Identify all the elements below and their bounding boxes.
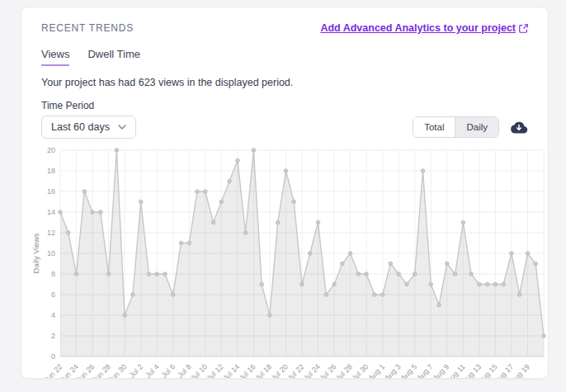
chart-point[interactable] xyxy=(510,252,514,256)
chart-point[interactable] xyxy=(389,262,393,266)
external-link-icon xyxy=(519,24,528,33)
chart-point[interactable] xyxy=(316,220,320,224)
y-axis-tick-label: 0 xyxy=(51,352,55,361)
chart-point[interactable] xyxy=(526,252,530,256)
chart-point[interactable] xyxy=(228,179,232,183)
chart-point[interactable] xyxy=(502,282,506,286)
chart-point[interactable] xyxy=(380,293,384,297)
y-axis-tick-label: 4 xyxy=(51,311,55,319)
daily-button[interactable]: Daily xyxy=(455,117,498,137)
x-axis-tick-label: Jul 2 xyxy=(128,362,145,379)
chart-section: 02468101214161820Jun 22Jun 24Jun 26Jun 2… xyxy=(31,144,540,379)
x-axis-tick-label: Jul 4 xyxy=(144,362,161,379)
tab-bar: Views Dwell Time xyxy=(41,48,528,66)
y-axis-tick-label: 8 xyxy=(51,270,55,278)
x-axis-tick-label: Jul 6 xyxy=(160,362,177,379)
chart-point[interactable] xyxy=(542,334,546,338)
chart-point[interactable] xyxy=(171,293,175,297)
chevron-down-icon xyxy=(118,125,126,130)
chart-point[interactable] xyxy=(517,293,521,297)
chart-point[interactable] xyxy=(397,272,401,276)
chart-point[interactable] xyxy=(421,169,425,173)
chart-point[interactable] xyxy=(309,252,313,256)
chart-point[interactable] xyxy=(356,272,361,276)
views-summary-text: Your project has had 623 views in the di… xyxy=(41,77,528,88)
total-button[interactable]: Total xyxy=(413,117,455,137)
controls-row: Last 60 days Total Daily xyxy=(41,116,528,139)
time-period-label: Time Period xyxy=(41,100,528,111)
chart-point[interactable] xyxy=(155,272,159,276)
chart-point[interactable] xyxy=(83,190,87,194)
y-axis-tick-label: 12 xyxy=(47,229,55,237)
chart-point[interactable] xyxy=(123,314,127,318)
y-axis-tick-label: 2 xyxy=(51,332,55,340)
y-axis-title: Daily Views xyxy=(31,233,40,273)
chart-point[interactable] xyxy=(534,262,538,266)
chart-point[interactable] xyxy=(179,241,183,245)
chart-point[interactable] xyxy=(461,220,465,224)
download-chart-button[interactable] xyxy=(510,120,528,135)
chart-point[interactable] xyxy=(405,282,409,286)
chart-point[interactable] xyxy=(446,262,450,266)
chart-point[interactable] xyxy=(493,282,498,286)
chart-point[interactable] xyxy=(413,272,417,276)
chart-point[interactable] xyxy=(373,293,377,297)
card-header: RECENT TRENDS Add Advanced Analytics to … xyxy=(41,22,528,34)
chart-point[interactable] xyxy=(147,272,151,276)
chart-point[interactable] xyxy=(284,169,288,173)
chart-point[interactable] xyxy=(67,231,71,235)
total-daily-toggle: Total Daily xyxy=(413,116,499,138)
chart-point[interactable] xyxy=(341,262,345,266)
chart-point[interactable] xyxy=(106,272,111,276)
chart-point[interactable] xyxy=(243,231,248,235)
chart-point[interactable] xyxy=(324,293,328,297)
chart-point[interactable] xyxy=(59,210,63,215)
chart-point[interactable] xyxy=(276,220,280,224)
y-axis-tick-label: 18 xyxy=(47,167,55,175)
chart-point[interactable] xyxy=(365,272,369,276)
time-period-value: Last 60 days xyxy=(51,121,110,133)
chart-point[interactable] xyxy=(131,293,135,297)
y-axis-tick-label: 20 xyxy=(47,146,55,154)
tab-views[interactable]: Views xyxy=(41,48,69,66)
chart-point[interactable] xyxy=(204,190,208,194)
chart-point[interactable] xyxy=(478,282,482,286)
chart-point[interactable] xyxy=(485,282,489,286)
tab-dwell-time[interactable]: Dwell Time xyxy=(87,48,140,66)
y-axis-tick-label: 16 xyxy=(47,187,55,196)
add-advanced-analytics-link[interactable]: Add Advanced Analytics to your project xyxy=(320,22,528,34)
x-axis-tick-label: Jun 30 xyxy=(106,362,128,379)
chart-point[interactable] xyxy=(300,282,304,286)
trend-chart: 02468101214161820Jun 22Jun 24Jun 26Jun 2… xyxy=(31,144,549,379)
chart-point[interactable] xyxy=(196,190,200,194)
chart-point[interactable] xyxy=(139,200,143,204)
chart-point[interactable] xyxy=(252,149,256,153)
chart-point[interactable] xyxy=(219,200,224,204)
chart-point[interactable] xyxy=(187,241,191,245)
card-title: RECENT TRENDS xyxy=(41,22,134,34)
chart-point[interactable] xyxy=(437,303,441,307)
time-period-dropdown[interactable]: Last 60 days xyxy=(41,116,136,139)
analytics-link-label: Add Advanced Analytics to your project xyxy=(320,22,516,34)
recent-trends-card: RECENT TRENDS Add Advanced Analytics to … xyxy=(21,7,549,379)
chart-point[interactable] xyxy=(469,272,474,276)
chart-point[interactable] xyxy=(163,272,167,276)
y-axis-tick-label: 14 xyxy=(47,208,55,216)
chart-point[interactable] xyxy=(236,158,240,163)
chart-mode-controls: Total Daily xyxy=(413,116,528,138)
chart-point[interactable] xyxy=(91,210,95,215)
y-axis-tick-label: 6 xyxy=(51,290,55,299)
chart-point[interactable] xyxy=(99,210,103,215)
chart-point[interactable] xyxy=(453,272,457,276)
chart-point[interactable] xyxy=(211,220,215,224)
chart-point[interactable] xyxy=(429,282,433,286)
cloud-download-icon xyxy=(510,120,528,135)
chart-point[interactable] xyxy=(333,282,337,286)
chart-point[interactable] xyxy=(115,149,119,153)
chart-point[interactable] xyxy=(260,282,264,286)
chart-point[interactable] xyxy=(268,314,272,318)
chart-point[interactable] xyxy=(74,272,78,276)
chart-point[interactable] xyxy=(292,200,296,204)
y-axis-tick-label: 10 xyxy=(47,249,55,257)
chart-point[interactable] xyxy=(348,252,352,256)
